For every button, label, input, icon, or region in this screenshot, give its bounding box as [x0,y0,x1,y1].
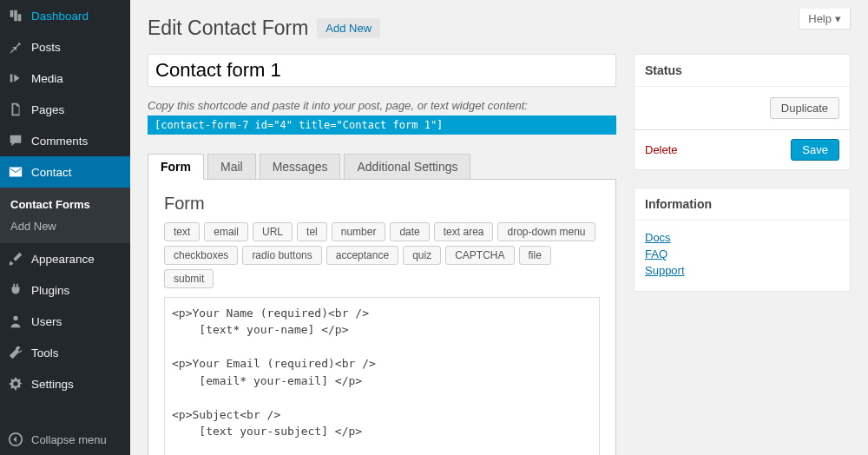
sidebar-item-label: Appearance [31,253,95,266]
tag-checkboxes[interactable]: checkboxes [164,246,238,265]
sidebar-item-label: Users [31,315,62,328]
tab-additional-settings[interactable]: Additional Settings [344,154,470,180]
tag-textarea[interactable]: text area [434,222,494,241]
media-icon [7,69,24,87]
sidebar-item-pages[interactable]: Pages [0,94,130,125]
sidebar-item-label: Contact [31,166,72,179]
svg-point-0 [13,316,17,320]
sidebar-item-label: Settings [31,378,74,391]
tag-generator: text email URL tel number date text area… [164,222,600,288]
form-editor[interactable]: <p>Your Name (required)<br /> [text* you… [164,297,600,455]
sidebar-subitem-contact-forms[interactable]: Contact Forms [0,194,130,215]
shortcode-label: Copy this shortcode and paste it into yo… [148,99,616,112]
sidebar-item-label: Media [31,72,63,85]
sidebar-item-tools[interactable]: Tools [0,337,130,368]
collapse-label: Collapse menu [31,433,107,446]
dashboard-icon [7,7,24,24]
tag-url[interactable]: URL [253,222,293,241]
pages-icon [7,101,24,118]
tag-radio[interactable]: radio buttons [242,246,321,265]
sidebar-submenu: Contact Forms Add New [0,188,130,243]
chevron-down-icon: ▾ [835,12,841,25]
page-title: Edit Contact Form Add New [148,9,799,43]
docs-link[interactable]: Docs [645,231,839,244]
tag-acceptance[interactable]: acceptance [326,246,398,265]
sidebar-item-label: Posts [31,41,61,54]
tag-text[interactable]: text [164,222,200,241]
sidebar-item-users[interactable]: Users [0,306,130,337]
admin-sidebar: Dashboard Posts Media Pages Comments Con… [0,0,130,455]
tag-tel[interactable]: tel [297,222,327,241]
tab-messages[interactable]: Messages [260,154,341,180]
information-postbox: Information Docs FAQ Support [634,188,851,292]
tag-date[interactable]: date [390,222,429,241]
form-title-input[interactable] [148,54,616,87]
help-tab[interactable]: Help ▾ [799,9,851,30]
sidebar-item-settings[interactable]: Settings [0,368,130,399]
settings-icon [7,375,24,392]
sidebar-item-contact[interactable]: Contact [0,156,130,188]
status-title: Status [635,55,850,87]
sidebar-item-label: Tools [31,346,59,359]
tag-submit[interactable]: submit [164,269,214,288]
sidebar-item-comments[interactable]: Comments [0,125,130,156]
shortcode-field[interactable] [148,115,616,135]
pin-icon [7,38,24,56]
faq-link[interactable]: FAQ [645,247,839,260]
sidebar-item-label: Plugins [31,284,69,297]
sidebar-item-appearance[interactable]: Appearance [0,243,130,274]
collapse-menu[interactable]: Collapse menu [0,424,130,455]
editor-tabs: Form Mail Messages Additional Settings [148,154,616,180]
duplicate-button[interactable]: Duplicate [770,97,839,119]
sidebar-item-posts[interactable]: Posts [0,31,130,63]
sidebar-item-plugins[interactable]: Plugins [0,274,130,306]
add-new-button[interactable]: Add New [317,18,380,38]
information-title: Information [635,188,850,221]
sidebar-item-label: Dashboard [31,10,89,23]
sidebar-subitem-add-new[interactable]: Add New [0,215,130,237]
delete-link[interactable]: Delete [645,143,678,156]
panel-heading: Form [164,194,600,214]
sidebar-item-label: Comments [31,135,88,148]
mail-icon [7,163,24,181]
tools-icon [7,344,24,361]
users-icon [7,313,24,330]
comments-icon [7,132,24,149]
tag-number[interactable]: number [332,222,386,241]
sidebar-item-media[interactable]: Media [0,63,130,94]
tab-content: Form text email URL tel number date text… [148,180,616,455]
brush-icon [7,250,24,267]
sidebar-item-label: Pages [31,103,64,116]
collapse-icon [7,431,24,448]
support-link[interactable]: Support [645,264,839,277]
status-postbox: Status Duplicate Delete Save [634,54,851,170]
plugins-icon [7,281,24,299]
sidebar-item-dashboard[interactable]: Dashboard [0,0,130,31]
main-content: Help ▾ Edit Contact Form Add New Copy th… [130,0,868,455]
tab-mail[interactable]: Mail [207,154,256,180]
tag-file[interactable]: file [519,246,551,265]
save-button[interactable]: Save [791,139,839,161]
tag-quiz[interactable]: quiz [403,246,441,265]
tag-email[interactable]: email [204,222,248,241]
tag-captcha[interactable]: CAPTCHA [445,246,514,265]
tab-form[interactable]: Form [148,154,204,180]
tag-dropdown[interactable]: drop-down menu [497,222,595,241]
